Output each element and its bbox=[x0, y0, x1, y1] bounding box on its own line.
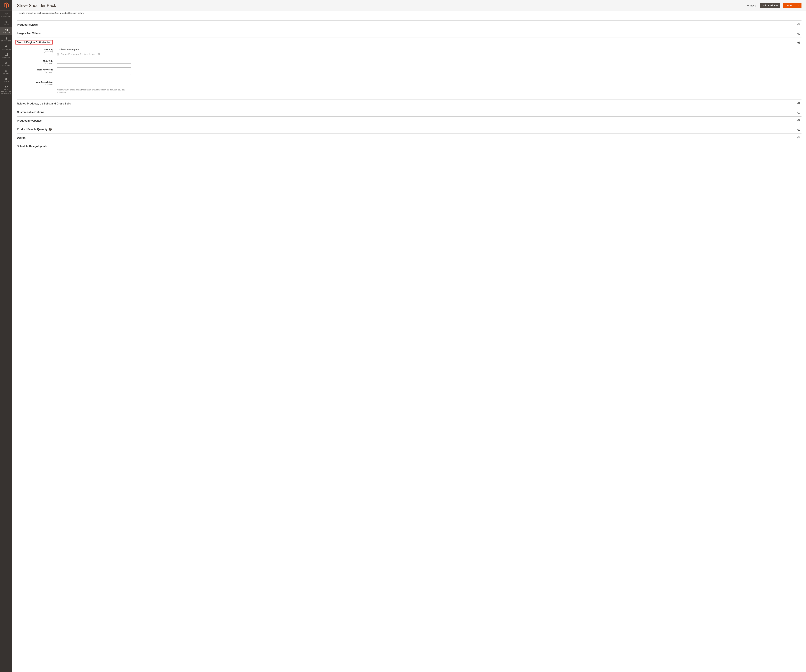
back-button-label: Back bbox=[750, 4, 756, 7]
section-toggle-design[interactable]: Design bbox=[17, 134, 801, 142]
field-meta-title: Meta Title [store view] bbox=[17, 59, 801, 64]
sidebar-item-reports[interactable]: REPORTS bbox=[0, 59, 12, 68]
svg-rect-2 bbox=[5, 53, 7, 56]
add-attribute-button[interactable]: Add Attribute bbox=[760, 3, 780, 8]
bar-chart-icon bbox=[5, 61, 8, 64]
svg-point-9 bbox=[798, 23, 800, 26]
svg-point-1 bbox=[6, 37, 7, 38]
caret-down-icon bbox=[798, 5, 799, 6]
svg-point-14 bbox=[798, 119, 800, 122]
partners-icon bbox=[5, 86, 8, 88]
section-title: Schedule Design Update bbox=[17, 145, 47, 148]
section-title: Design bbox=[17, 136, 25, 139]
section-toggle-websites[interactable]: Product in Websites bbox=[17, 117, 801, 125]
section-toggle-images-videos[interactable]: Images And Videos bbox=[17, 29, 801, 38]
svg-point-13 bbox=[798, 111, 800, 114]
section-schedule-design: Schedule Design Update bbox=[17, 142, 801, 148]
section-customizable-options: Customizable Options bbox=[17, 108, 801, 116]
sidebar-item-label: MARKETING bbox=[2, 48, 11, 50]
save-button[interactable]: Save bbox=[783, 3, 796, 8]
sidebar-item-system[interactable]: SYSTEM bbox=[0, 76, 12, 84]
section-toggle-seo[interactable]: Search Engine Optimization bbox=[17, 38, 801, 47]
main-content: Strive Shoulder Pack Back Add Attribute … bbox=[12, 0, 806, 672]
svg-point-10 bbox=[798, 32, 800, 35]
sidebar-item-label: CONTENT bbox=[2, 56, 10, 58]
chevron-down-icon bbox=[797, 128, 801, 131]
checkbox-redirect[interactable] bbox=[57, 53, 59, 56]
sidebar-item-catalog[interactable]: CATALOG bbox=[0, 27, 12, 35]
svg-rect-8 bbox=[5, 71, 7, 72]
scope-label: [store view] bbox=[17, 71, 53, 73]
sidebar-item-label: CATALOG bbox=[3, 32, 10, 34]
chevron-down-icon bbox=[797, 111, 801, 114]
svg-rect-7 bbox=[7, 63, 7, 64]
section-title: Images And Videos bbox=[17, 32, 41, 35]
sidebar-item-customers[interactable]: CUSTOMERS bbox=[0, 35, 12, 43]
section-toggle-related[interactable]: Related Products, Up-Sells, and Cross-Se… bbox=[17, 99, 801, 108]
svg-point-16 bbox=[798, 137, 800, 139]
save-dropdown-toggle[interactable] bbox=[796, 3, 801, 8]
field-meta-description: Meta Description [store view] Maximum 25… bbox=[17, 80, 801, 93]
section-title: Customizable Options bbox=[17, 111, 44, 114]
input-meta-title[interactable] bbox=[57, 59, 131, 64]
admin-sidebar: DASHBOARD $ SALES CATALOG CUSTOMERS MARK… bbox=[0, 0, 12, 672]
section-toggle-salable-qty[interactable]: Product Salable Quantity ? bbox=[17, 125, 801, 134]
sidebar-item-stores[interactable]: STORES bbox=[0, 68, 12, 76]
sidebar-item-label: SALES bbox=[4, 24, 9, 25]
sidebar-item-label: FIND PARTNERS & EXTENSIONS bbox=[1, 89, 12, 94]
section-websites: Product in Websites bbox=[17, 116, 801, 125]
magento-logo-icon bbox=[4, 2, 9, 8]
megaphone-icon bbox=[5, 45, 8, 48]
dashboard-icon bbox=[5, 12, 8, 15]
section-salable-qty: Product Salable Quantity ? bbox=[17, 125, 801, 134]
label-url-key: URL Key bbox=[44, 48, 53, 51]
sidebar-item-partners[interactable]: FIND PARTNERS & EXTENSIONS bbox=[0, 84, 12, 95]
sidebar-item-marketing[interactable]: MARKETING bbox=[0, 43, 12, 51]
input-url-key[interactable] bbox=[57, 47, 131, 52]
sidebar-item-sales[interactable]: $ SALES bbox=[0, 19, 12, 27]
chevron-down-icon bbox=[797, 102, 801, 105]
label-meta-title: Meta Title bbox=[43, 60, 53, 62]
back-button[interactable]: Back bbox=[747, 4, 756, 7]
sidebar-item-content[interactable]: CONTENT bbox=[0, 51, 12, 59]
section-toggle-custom-options[interactable]: Customizable Options bbox=[17, 108, 801, 116]
configurations-note: simple product for each configuration (E… bbox=[17, 11, 770, 16]
chevron-down-icon bbox=[797, 23, 801, 26]
scope-label: [store view] bbox=[17, 62, 53, 64]
field-url-key: URL Key [store view] Create Permanent Re… bbox=[17, 47, 801, 58]
svg-rect-5 bbox=[5, 63, 6, 64]
label-meta-keywords: Meta Keywords bbox=[37, 69, 53, 71]
section-images-videos: Images And Videos bbox=[17, 29, 801, 38]
input-meta-keywords[interactable] bbox=[57, 68, 131, 75]
arrow-left-icon bbox=[747, 4, 749, 7]
scope-label: [store view] bbox=[17, 51, 53, 53]
section-related-products: Related Products, Up-Sells, and Cross-Se… bbox=[17, 99, 801, 108]
gear-icon bbox=[5, 78, 8, 80]
svg-point-11 bbox=[798, 41, 800, 44]
sidebar-item-label: CUSTOMERS bbox=[1, 40, 11, 42]
section-title: Product Reviews bbox=[17, 23, 38, 26]
section-design: Design bbox=[17, 134, 801, 142]
help-icon[interactable]: ? bbox=[49, 128, 52, 131]
section-toggle-schedule-design[interactable]: Schedule Design Update bbox=[17, 142, 801, 148]
chevron-down-icon bbox=[797, 119, 801, 122]
seo-section-body: URL Key [store view] Create Permanent Re… bbox=[17, 47, 801, 99]
input-meta-description[interactable] bbox=[57, 80, 131, 87]
section-title: Related Products, Up-Sells, and Cross-Se… bbox=[17, 102, 71, 105]
storefront-icon bbox=[5, 69, 8, 72]
page-title: Strive Shoulder Pack bbox=[17, 3, 743, 8]
layout-icon bbox=[5, 53, 8, 56]
sidebar-item-label: STORES bbox=[3, 73, 9, 74]
section-toggle-product-reviews[interactable]: Product Reviews bbox=[17, 21, 801, 29]
scope-label: [store view] bbox=[17, 83, 53, 85]
save-button-group: Save bbox=[783, 3, 801, 8]
magento-logo[interactable] bbox=[0, 0, 12, 11]
dollar-icon: $ bbox=[5, 20, 7, 23]
svg-rect-6 bbox=[6, 62, 7, 64]
seo-highlight-box: Search Engine Optimization bbox=[15, 40, 53, 45]
sidebar-item-dashboard[interactable]: DASHBOARD bbox=[0, 11, 12, 19]
svg-point-15 bbox=[798, 128, 800, 130]
section-title: Product in Websites bbox=[17, 119, 42, 122]
chevron-up-icon bbox=[797, 41, 801, 44]
sidebar-item-label: DASHBOARD bbox=[1, 16, 11, 17]
